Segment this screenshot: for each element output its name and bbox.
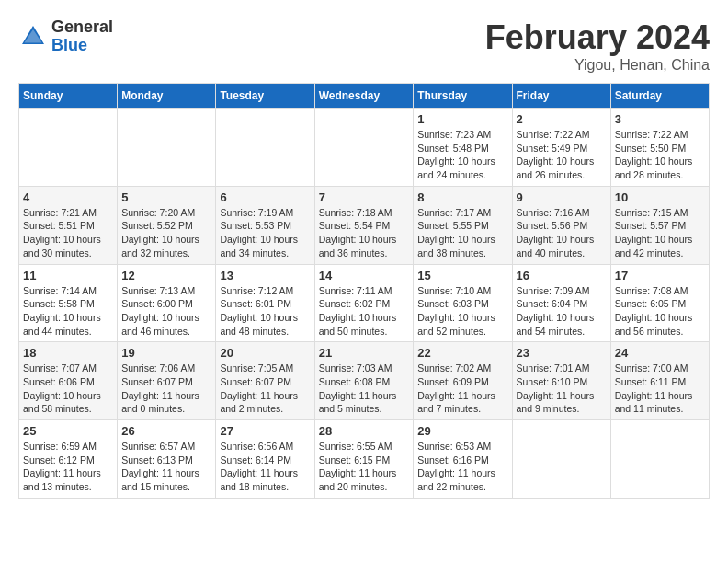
day-info: Sunrise: 7:00 AM Sunset: 6:11 PM Dayligh… <box>615 362 705 416</box>
day-number: 12 <box>121 269 211 282</box>
day-info: Sunrise: 7:09 AM Sunset: 6:04 PM Dayligh… <box>517 284 607 339</box>
day-number: 21 <box>319 346 410 360</box>
day-info: Sunrise: 7:17 AM Sunset: 5:55 PM Dayligh… <box>417 206 507 260</box>
day-info: Sunrise: 7:01 AM Sunset: 6:10 PM Dayligh… <box>517 362 607 416</box>
calendar-week-row: 1Sunrise: 7:23 AM Sunset: 5:48 PM Daylig… <box>19 109 710 187</box>
day-number: 29 <box>417 424 507 438</box>
calendar-cell: 28Sunrise: 6:55 AM Sunset: 6:15 PM Dayli… <box>314 420 414 499</box>
day-info: Sunrise: 7:15 AM Sunset: 5:57 PM Dayligh… <box>615 206 705 260</box>
day-info: Sunrise: 7:08 AM Sunset: 6:05 PM Dayligh… <box>615 284 705 339</box>
weekday-header: Wednesday <box>314 84 414 109</box>
day-info: Sunrise: 7:19 AM Sunset: 5:53 PM Dayligh… <box>220 206 310 260</box>
weekday-header: Monday <box>118 84 216 109</box>
calendar-cell: 8Sunrise: 7:17 AM Sunset: 5:55 PM Daylig… <box>414 186 512 264</box>
day-info: Sunrise: 7:23 AM Sunset: 5:48 PM Dayligh… <box>417 128 507 182</box>
weekday-header: Sunday <box>19 84 118 109</box>
weekday-header: Saturday <box>610 84 709 109</box>
day-number: 11 <box>23 269 113 282</box>
calendar-cell: 1Sunrise: 7:23 AM Sunset: 5:48 PM Daylig… <box>414 109 512 187</box>
calendar-cell <box>314 109 414 187</box>
weekday-header: Friday <box>512 84 610 109</box>
day-info: Sunrise: 7:20 AM Sunset: 5:52 PM Dayligh… <box>121 206 211 260</box>
day-number: 9 <box>517 190 607 204</box>
day-number: 5 <box>121 190 211 204</box>
calendar-week-row: 4Sunrise: 7:21 AM Sunset: 5:51 PM Daylig… <box>19 186 710 264</box>
calendar-cell: 4Sunrise: 7:21 AM Sunset: 5:51 PM Daylig… <box>19 186 118 264</box>
calendar-table: SundayMondayTuesdayWednesdayThursdayFrid… <box>18 83 710 499</box>
day-info: Sunrise: 6:59 AM Sunset: 6:12 PM Dayligh… <box>23 440 113 494</box>
calendar-cell: 19Sunrise: 7:06 AM Sunset: 6:07 PM Dayli… <box>118 342 216 420</box>
calendar-cell <box>512 420 610 499</box>
day-info: Sunrise: 7:14 AM Sunset: 5:58 PM Dayligh… <box>23 284 113 339</box>
calendar-cell: 11Sunrise: 7:14 AM Sunset: 5:58 PM Dayli… <box>19 264 118 342</box>
calendar-cell: 10Sunrise: 7:15 AM Sunset: 5:57 PM Dayli… <box>610 186 709 264</box>
day-number: 23 <box>517 346 607 360</box>
calendar-cell: 2Sunrise: 7:22 AM Sunset: 5:49 PM Daylig… <box>512 109 610 187</box>
day-info: Sunrise: 7:07 AM Sunset: 6:06 PM Dayligh… <box>23 362 113 416</box>
day-info: Sunrise: 7:10 AM Sunset: 6:03 PM Dayligh… <box>417 284 507 339</box>
calendar-cell: 9Sunrise: 7:16 AM Sunset: 5:56 PM Daylig… <box>512 186 610 264</box>
day-number: 15 <box>417 269 507 282</box>
day-number: 14 <box>319 269 410 282</box>
day-number: 18 <box>23 346 113 360</box>
day-number: 8 <box>417 190 507 204</box>
calendar-cell: 20Sunrise: 7:05 AM Sunset: 6:07 PM Dayli… <box>216 342 314 420</box>
day-info: Sunrise: 6:53 AM Sunset: 6:16 PM Dayligh… <box>417 440 507 494</box>
logo-general-text: General <box>51 17 113 36</box>
calendar-week-row: 18Sunrise: 7:07 AM Sunset: 6:06 PM Dayli… <box>19 342 710 420</box>
calendar-cell: 15Sunrise: 7:10 AM Sunset: 6:03 PM Dayli… <box>414 264 512 342</box>
day-info: Sunrise: 7:12 AM Sunset: 6:01 PM Dayligh… <box>220 284 310 339</box>
day-info: Sunrise: 7:22 AM Sunset: 5:49 PM Dayligh… <box>517 128 607 182</box>
day-info: Sunrise: 7:21 AM Sunset: 5:51 PM Dayligh… <box>23 206 113 260</box>
logo-text: General Blue <box>51 18 113 55</box>
day-info: Sunrise: 7:13 AM Sunset: 6:00 PM Dayligh… <box>121 284 211 339</box>
calendar-cell: 21Sunrise: 7:03 AM Sunset: 6:08 PM Dayli… <box>314 342 414 420</box>
calendar-cell: 13Sunrise: 7:12 AM Sunset: 6:01 PM Dayli… <box>216 264 314 342</box>
calendar-cell: 22Sunrise: 7:02 AM Sunset: 6:09 PM Dayli… <box>414 342 512 420</box>
day-number: 6 <box>220 190 310 204</box>
month-year-title: February 2024 <box>485 18 710 57</box>
logo: General Blue <box>18 18 113 55</box>
day-number: 1 <box>417 112 507 126</box>
calendar-cell <box>118 109 216 187</box>
day-info: Sunrise: 7:18 AM Sunset: 5:54 PM Dayligh… <box>319 206 410 260</box>
calendar-cell: 26Sunrise: 6:57 AM Sunset: 6:13 PM Dayli… <box>118 420 216 499</box>
day-info: Sunrise: 7:11 AM Sunset: 6:02 PM Dayligh… <box>319 284 410 339</box>
day-number: 7 <box>319 190 410 204</box>
day-number: 16 <box>517 269 607 282</box>
day-number: 25 <box>23 424 113 438</box>
day-info: Sunrise: 7:03 AM Sunset: 6:08 PM Dayligh… <box>319 362 410 416</box>
calendar-cell <box>610 420 709 499</box>
day-number: 10 <box>615 190 705 204</box>
day-info: Sunrise: 7:02 AM Sunset: 6:09 PM Dayligh… <box>417 362 507 416</box>
calendar-cell: 27Sunrise: 6:56 AM Sunset: 6:14 PM Dayli… <box>216 420 314 499</box>
day-number: 26 <box>121 424 211 438</box>
page-header: General Blue February 2024 Yigou, Henan,… <box>18 18 710 74</box>
calendar-cell: 25Sunrise: 6:59 AM Sunset: 6:12 PM Dayli… <box>19 420 118 499</box>
calendar-cell: 23Sunrise: 7:01 AM Sunset: 6:10 PM Dayli… <box>512 342 610 420</box>
calendar-cell: 29Sunrise: 6:53 AM Sunset: 6:16 PM Dayli… <box>414 420 512 499</box>
day-number: 2 <box>517 112 607 126</box>
calendar-cell: 6Sunrise: 7:19 AM Sunset: 5:53 PM Daylig… <box>216 186 314 264</box>
calendar-week-row: 25Sunrise: 6:59 AM Sunset: 6:12 PM Dayli… <box>19 420 710 499</box>
day-number: 24 <box>615 346 705 360</box>
calendar-cell <box>19 109 118 187</box>
day-info: Sunrise: 7:16 AM Sunset: 5:56 PM Dayligh… <box>517 206 607 260</box>
day-number: 28 <box>319 424 410 438</box>
calendar-cell: 18Sunrise: 7:07 AM Sunset: 6:06 PM Dayli… <box>19 342 118 420</box>
day-number: 3 <box>615 112 705 126</box>
day-info: Sunrise: 7:22 AM Sunset: 5:50 PM Dayligh… <box>615 128 705 182</box>
day-number: 20 <box>220 346 310 360</box>
logo-blue-text: Blue <box>51 36 87 54</box>
day-info: Sunrise: 7:06 AM Sunset: 6:07 PM Dayligh… <box>121 362 211 416</box>
day-info: Sunrise: 7:05 AM Sunset: 6:07 PM Dayligh… <box>220 362 310 416</box>
day-info: Sunrise: 6:57 AM Sunset: 6:13 PM Dayligh… <box>121 440 211 494</box>
calendar-cell: 14Sunrise: 7:11 AM Sunset: 6:02 PM Dayli… <box>314 264 414 342</box>
calendar-cell: 12Sunrise: 7:13 AM Sunset: 6:00 PM Dayli… <box>118 264 216 342</box>
title-section: February 2024 Yigou, Henan, China <box>485 18 710 74</box>
weekday-header: Thursday <box>414 84 512 109</box>
day-info: Sunrise: 6:55 AM Sunset: 6:15 PM Dayligh… <box>319 440 410 494</box>
calendar-cell: 3Sunrise: 7:22 AM Sunset: 5:50 PM Daylig… <box>610 109 709 187</box>
day-number: 22 <box>417 346 507 360</box>
day-info: Sunrise: 6:56 AM Sunset: 6:14 PM Dayligh… <box>220 440 310 494</box>
